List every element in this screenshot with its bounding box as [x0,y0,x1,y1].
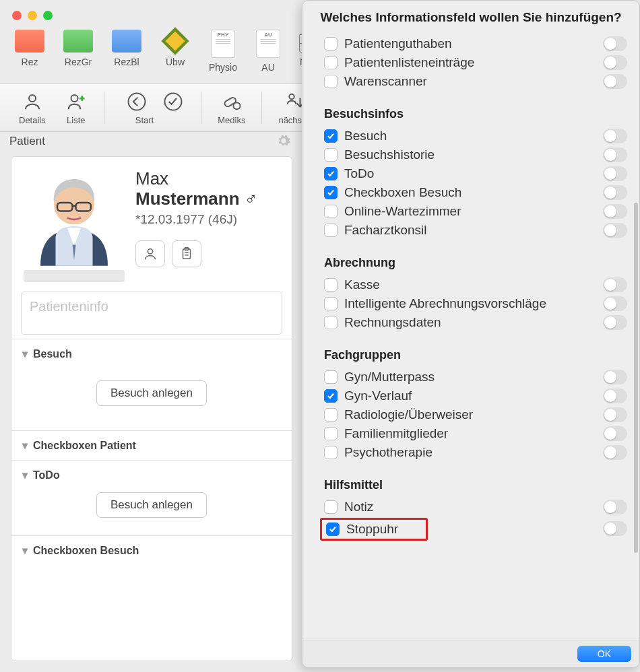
toolbar-label: RezGr [65,57,92,67]
patient-clipboard-button[interactable] [172,240,201,267]
minimize-window-button[interactable] [28,11,37,20]
checkbox[interactable] [324,224,338,237]
checkbox[interactable] [324,408,338,422]
option-label: Gyn-Verlauf [344,389,412,403]
rezbl-icon [112,30,141,53]
option-label: Rechnungsdaten [344,315,441,330]
option-row[interactable]: ToDo [324,164,627,183]
physio-doc-icon: PHY [211,30,235,58]
checkbox[interactable] [324,446,338,459]
option-row[interactable]: Besuch [324,127,627,145]
chevron-down-icon: ▾ [22,544,28,557]
toolbar-rezbl[interactable]: RezBl [112,30,141,67]
sec-details[interactable]: Details [12,90,53,125]
option-row[interactable]: Patientenguthaben [324,34,627,53]
option-row[interactable]: Online-Wartezimmer [324,202,627,221]
zoom-window-button[interactable] [43,11,53,20]
toolbar-rez[interactable]: Rez [15,30,44,67]
toggle[interactable] [603,147,627,162]
toggle[interactable] [603,204,627,219]
ok-button[interactable]: OK [577,646,631,662]
checkbox[interactable] [324,167,338,180]
section-header-checkbox-besuch[interactable]: ▾ Checkboxen Besuch [22,544,281,557]
toolbar-rezgr[interactable]: RezGr [63,30,93,67]
option-label: Radiologie/Überweiser [344,407,473,422]
sec-liste[interactable]: Liste [58,90,94,125]
checkbox[interactable] [324,186,338,199]
option-row[interactable]: Warenscanner [324,72,627,91]
toggle[interactable] [603,277,627,292]
option-row[interactable]: Notiz [324,498,627,516]
toolbar-au[interactable]: AU AU [256,30,280,73]
checkbox[interactable] [324,427,338,440]
toggle[interactable] [603,55,627,70]
option-row[interactable]: Checkboxen Besuch [324,183,627,202]
toggle[interactable] [603,36,627,51]
patient-info-input[interactable]: Patienteninfo [21,292,282,335]
checkbox[interactable] [324,278,338,292]
close-window-button[interactable] [12,11,22,20]
option-row[interactable]: Facharztkonsil [324,221,627,240]
toggle[interactable] [603,315,627,330]
toggle[interactable] [603,389,627,403]
option-label: Besuch [344,129,387,143]
toolbar-uebw[interactable]: Übw [160,30,190,67]
toggle[interactable] [603,426,627,441]
checkbox[interactable] [324,129,338,143]
toggle[interactable] [603,500,627,514]
checkbox[interactable] [324,75,338,88]
section-header-todo[interactable]: ▾ ToDo [22,469,281,481]
option-label: Patientenguthaben [344,36,452,51]
section-header-checkbox-patient[interactable]: ▾ Checkboxen Patient [22,439,281,452]
option-row[interactable]: Kasse [324,275,627,294]
section-header-besuch[interactable]: ▾ Besuch [22,347,281,360]
checkbox[interactable] [324,370,338,384]
todo-besuch-anlegen-button[interactable]: Besuch anlegen [96,492,207,518]
sec-mediks[interactable]: Mediks [211,90,252,125]
gear-icon[interactable] [276,133,291,150]
checkbox[interactable] [324,56,338,69]
checkbox[interactable] [324,37,338,51]
option-label: Patientenlisteneinträge [344,55,474,70]
toggle[interactable] [603,445,627,460]
scrollbar-thumb[interactable] [634,203,638,553]
option-row[interactable]: Rechnungsdaten [324,313,627,332]
toggle[interactable] [603,166,627,181]
toggle[interactable] [603,74,627,89]
toggle[interactable] [603,296,627,311]
option-row[interactable]: Patientenlisteneinträge [324,53,627,72]
svg-point-8 [290,94,295,100]
checkbox[interactable] [324,205,338,218]
checkbox[interactable] [324,316,338,329]
toggle[interactable] [603,407,627,422]
toolbar-physio[interactable]: PHY Physio [209,30,237,73]
checkbox[interactable] [324,297,338,310]
option-label: Facharztkonsil [344,223,427,238]
option-row[interactable]: Besuchshistorie [324,145,627,164]
besuch-anlegen-button[interactable]: Besuch anlegen [96,380,207,406]
checkbox[interactable] [324,389,338,403]
option-row[interactable]: Gyn/Mutterpass [324,368,627,387]
checkbox[interactable] [324,500,338,514]
patient-detail-button[interactable] [135,240,165,267]
option-row[interactable]: Familienmitglieder [324,424,627,443]
toggle[interactable] [603,521,627,536]
option-label: Gyn/Mutterpass [344,370,435,384]
patient-panel-title: Patient [9,135,45,148]
toggle[interactable] [603,129,627,143]
checkbox[interactable] [324,148,338,162]
checkbox[interactable] [326,523,340,536]
option-group-title: Besuchsinfos [324,107,627,121]
svg-marker-0 [163,29,187,53]
sec-start-back[interactable]: Start [114,90,155,125]
sec-start-check[interactable] [160,90,191,125]
option-row[interactable]: Gyn-Verlauf [324,387,627,405]
toggle[interactable] [603,185,627,200]
au-doc-icon: AU [256,30,280,58]
option-row[interactable]: Radiologie/Überweiser [324,405,627,424]
traffic-lights [12,11,53,20]
toggle[interactable] [603,223,627,238]
option-row[interactable]: Intelligente Abrechnungsvorschläge [324,294,627,313]
option-row[interactable]: Psychotherapie [324,443,627,462]
toggle[interactable] [603,370,627,384]
